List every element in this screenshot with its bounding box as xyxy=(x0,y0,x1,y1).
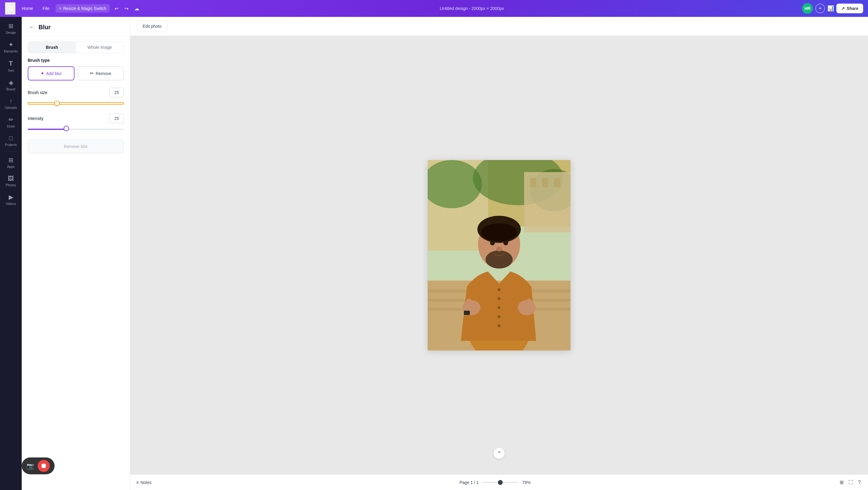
sidebar-item-elements[interactable]: ✦ Elements xyxy=(1,38,21,56)
brush-size-label: Brush size xyxy=(28,90,47,95)
photos-icon: 🖼 xyxy=(8,175,14,182)
add-blur-label: Add blur xyxy=(46,71,62,76)
remove-blur-brush-button[interactable]: ✏ Remove xyxy=(78,66,124,81)
sidebar-label-photos: Photos xyxy=(6,183,16,187)
sidebar-label-projects: Projects xyxy=(5,143,17,147)
hamburger-menu[interactable]: ☰ xyxy=(5,2,16,15)
brush-size-thumb-wrap xyxy=(54,103,60,104)
sidebar-item-videos[interactable]: ▶ Videos xyxy=(1,190,21,209)
redo-button[interactable]: ↪ xyxy=(122,3,131,14)
remove-blur-brush-icon: ✏ xyxy=(90,70,94,76)
sidebar-label-draw: Draw xyxy=(7,124,15,128)
sidebar-label-uploads: Uploads xyxy=(5,106,17,110)
sidebar: ⊞ Design ✦ Elements T Text ◈ Brand ↑ Upl… xyxy=(0,17,22,245)
sidebar-item-brand[interactable]: ◈ Brand xyxy=(1,76,21,94)
sidebar-item-text[interactable]: T Text xyxy=(1,57,21,75)
resize-magic-switch-button[interactable]: Resize & Magic Switch xyxy=(56,4,110,13)
sidebar-label-design: Design xyxy=(6,31,16,34)
blur-panel: ← Blur Brush Whole image Brush type ✦ Ad… xyxy=(22,17,130,245)
brush-type-section: Brush type ✦ Add blur ✏ Remove xyxy=(22,58,130,85)
panel-header: ← Blur xyxy=(22,17,130,37)
edit-photo-bar: Edit photo xyxy=(130,17,434,36)
intensity-thumb[interactable] xyxy=(64,126,69,131)
brush-size-section: Brush size 25 xyxy=(22,85,130,111)
document-title: Untitled design - 2000px × 2000px xyxy=(144,6,434,11)
uploads-icon: ↑ xyxy=(9,98,12,104)
sidebar-item-photos[interactable]: 🖼 Photos xyxy=(1,172,21,190)
topbar: ☰ Home File Resize & Magic Switch ↩ ↪ ☁ … xyxy=(0,0,434,17)
sidebar-label-videos: Videos xyxy=(6,202,16,206)
brush-type-label: Brush type xyxy=(28,58,124,63)
brush-type-group: ✦ Add blur ✏ Remove xyxy=(28,66,124,81)
canvas-image xyxy=(428,160,434,245)
resize-dot-icon xyxy=(59,7,61,10)
brush-size-header: Brush size 25 xyxy=(28,88,124,97)
draw-icon: ✏ xyxy=(8,116,13,123)
brush-toggle-button[interactable]: Brush xyxy=(28,42,76,53)
brand-icon: ◈ xyxy=(9,79,13,86)
file-button[interactable]: File xyxy=(39,4,53,13)
design-icon: ⊞ xyxy=(8,22,13,30)
brush-size-value[interactable]: 25 xyxy=(110,88,124,97)
sidebar-label-apps: Apps xyxy=(7,165,14,169)
intensity-label: Intensity xyxy=(28,116,43,121)
canvas-svg xyxy=(428,160,434,245)
undo-button[interactable]: ↩ xyxy=(112,3,121,14)
intensity-header: Intensity 25 xyxy=(28,114,124,123)
sidebar-item-design[interactable]: ⊞ Design xyxy=(1,19,21,37)
remove-blur-brush-label: Remove xyxy=(96,71,111,76)
intensity-thumb-wrap xyxy=(64,127,69,130)
brush-size-slider-wrap xyxy=(28,100,124,106)
sidebar-label-elements: Elements xyxy=(4,50,18,53)
elements-icon: ✦ xyxy=(8,41,13,48)
sidebar-item-apps[interactable]: ⊞ Apps xyxy=(1,153,21,172)
save-cloud-button[interactable]: ☁ xyxy=(132,3,142,14)
topbar-actions: ↩ ↪ ☁ xyxy=(112,3,142,14)
intensity-value[interactable]: 25 xyxy=(110,114,124,123)
panel-back-button[interactable]: ← xyxy=(28,23,36,32)
intensity-slider-wrap xyxy=(28,126,124,132)
add-blur-icon: ✦ xyxy=(40,70,44,76)
sidebar-divider xyxy=(5,151,17,152)
sidebar-item-uploads[interactable]: ↑ Uploads xyxy=(1,95,21,113)
sidebar-label-brand: Brand xyxy=(6,87,15,91)
projects-icon: □ xyxy=(9,135,13,142)
view-toggle-group: Brush Whole image xyxy=(28,41,124,53)
intensity-section: Intensity 25 xyxy=(22,111,130,137)
remove-blur-button[interactable]: Remove blur xyxy=(28,140,124,153)
text-icon: T xyxy=(9,60,13,67)
resize-label: Resize & Magic Switch xyxy=(63,6,106,11)
apps-icon: ⊞ xyxy=(8,156,13,164)
canvas-area: Edit photo xyxy=(130,17,434,245)
add-blur-button[interactable]: ✦ Add blur xyxy=(28,66,74,81)
brush-size-thumb[interactable] xyxy=(54,101,60,106)
brush-size-track[interactable] xyxy=(28,102,124,104)
sidebar-item-draw[interactable]: ✏ Draw xyxy=(1,113,21,131)
intensity-track[interactable] xyxy=(28,129,124,130)
edit-photo-button[interactable]: Edit photo xyxy=(136,21,168,32)
home-button[interactable]: Home xyxy=(18,4,36,13)
panel-title: Blur xyxy=(38,24,51,31)
sidebar-item-projects[interactable]: □ Projects xyxy=(1,132,21,150)
videos-icon: ▶ xyxy=(9,193,13,201)
canvas-wrapper[interactable]: ⌃ xyxy=(130,36,434,245)
whole-image-toggle-button[interactable]: Whole image xyxy=(76,42,124,53)
sidebar-label-text: Text xyxy=(8,69,14,72)
